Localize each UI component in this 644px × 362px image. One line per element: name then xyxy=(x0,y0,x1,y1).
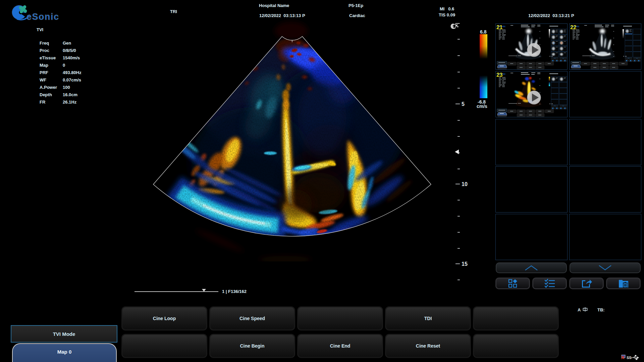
svg-text:15: 15 xyxy=(462,261,468,267)
svg-text:21: 21 xyxy=(496,24,502,30)
svg-text:10: 10 xyxy=(462,181,468,187)
svg-text:eSonic: eSonic xyxy=(26,12,59,22)
svg-text:23: 23 xyxy=(496,72,502,78)
svg-text:SS: SS xyxy=(627,356,632,360)
svg-text:5: 5 xyxy=(462,101,465,107)
svg-text:22: 22 xyxy=(570,24,576,30)
